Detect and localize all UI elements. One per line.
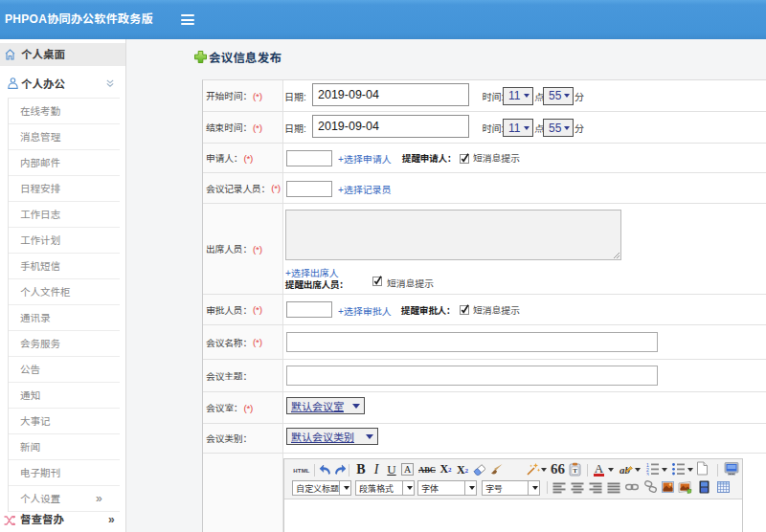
- svg-text:3: 3: [646, 472, 649, 477]
- svg-text:T: T: [573, 467, 577, 475]
